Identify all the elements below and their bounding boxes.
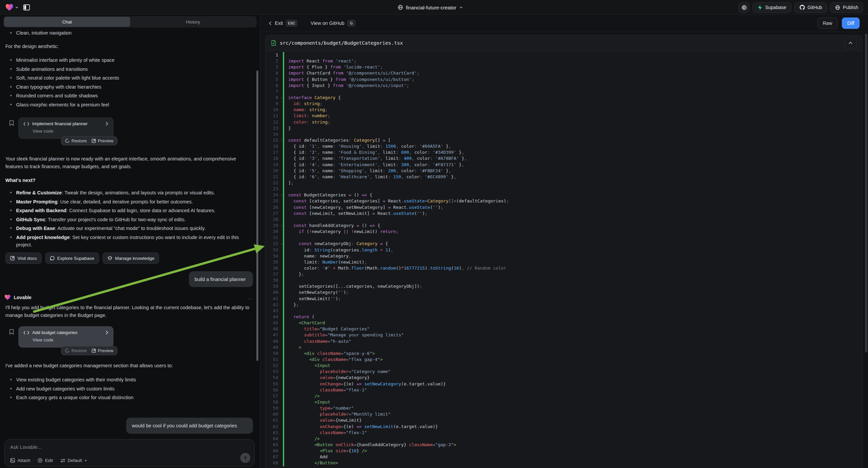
code-icon <box>24 122 29 126</box>
code-line: 41 setNewLimit(''); <box>266 296 862 302</box>
settings-button[interactable] <box>739 2 750 13</box>
code-line: 7 <box>266 89 862 95</box>
code-line: 51 <div className="flex gap-4"> <box>266 356 862 362</box>
code-line: 53 placeholder="Category name" <box>266 369 862 375</box>
project-title: financial-future-creator <box>406 5 456 10</box>
code-line: 67 Add <box>266 454 862 460</box>
chevron-down-icon <box>84 459 87 462</box>
bookmark-icon[interactable] <box>9 120 14 126</box>
globe-icon <box>398 5 403 10</box>
bookmark-icon[interactable] <box>9 329 14 335</box>
lovable-logo-menu[interactable] <box>5 4 19 11</box>
external-link-icon <box>92 139 96 143</box>
explore-supabase-button[interactable]: Explore Supabase <box>45 253 99 264</box>
raw-toggle-button[interactable]: Raw <box>817 18 837 29</box>
code-line: 58 <Input <box>266 399 862 405</box>
attach-button[interactable]: Attach <box>10 458 30 463</box>
list-item: Glass-morphic elements for a premium fee… <box>10 100 252 110</box>
quick-actions-row: Visit docs Explore Supabase Manage knowl… <box>5 253 159 264</box>
code-line: 31 <box>266 235 862 241</box>
message-menu-button[interactable]: ... <box>247 294 253 300</box>
code-line: 24⌄const BudgetCategories = () => { <box>266 192 862 198</box>
preview-button[interactable]: Preview <box>92 138 114 143</box>
chevron-right-icon <box>105 121 108 126</box>
code-line: 64 /> <box>266 436 862 442</box>
list-item: Each category gets a unique color for vi… <box>10 393 252 402</box>
view-code-link[interactable]: View code <box>33 128 108 134</box>
project-switcher[interactable]: financial-future-creator <box>398 0 463 15</box>
publish-button[interactable]: Publish <box>830 2 863 13</box>
top-bar: financial-future-creator Supabase GitHub… <box>0 0 868 15</box>
code-line: 45 <ChartCard <box>266 320 862 326</box>
list-item: Add new budget categories with custom li… <box>10 384 252 393</box>
exit-button[interactable]: Exit ESC <box>269 20 297 27</box>
code-editor[interactable]: 12import React from 'react';3import { Pl… <box>266 51 862 468</box>
restore-icon <box>65 349 69 353</box>
code-line: 17 { id: '2', name: 'Food & Dining', lim… <box>266 149 862 155</box>
code-line: 62 onChange={(e) => setNewLimit(e.target… <box>266 424 862 430</box>
list-item: Subtle animations and transitions <box>10 65 252 74</box>
sliders-icon <box>60 458 65 463</box>
send-button[interactable] <box>240 453 250 463</box>
code-line: 28 <box>266 216 862 223</box>
visit-docs-button[interactable]: Visit docs <box>5 253 41 264</box>
edit-mode-button[interactable]: Edit <box>38 458 53 463</box>
code-line: 48 className="h-auto" <box>266 339 862 345</box>
assistant-name: Lovable <box>14 295 244 300</box>
code-line: 66 <Plus size={16} /> <box>266 448 862 454</box>
tab-history[interactable]: History <box>130 17 256 27</box>
file-card-header[interactable]: src/components/budget/BudgetCategories.t… <box>266 35 862 51</box>
supabase-icon <box>757 5 762 10</box>
code-line: 11 limit: number; <box>266 113 862 119</box>
restore-button[interactable]: Restore <box>65 138 87 143</box>
code-line: 35 limit: Number(newLimit), <box>266 259 862 265</box>
chat-scrollbar[interactable] <box>256 70 258 361</box>
diff-toggle-button[interactable]: Diff <box>842 18 860 29</box>
code-line: 12 color: string; <box>266 119 862 125</box>
view-on-github-button[interactable]: View on GitHub G <box>311 20 355 27</box>
chevron-left-icon <box>269 21 272 26</box>
code-line: 39 setCategories([...categories, newCate… <box>266 283 862 289</box>
code-line: 16 { id: '1', name: 'Housing', limit: 15… <box>266 143 862 149</box>
model-selector[interactable]: Default <box>60 458 88 463</box>
code-line: 5import { Button } from '@/components/ui… <box>266 77 862 83</box>
view-code-link[interactable]: View code <box>33 338 108 343</box>
edit-card-implement-planner[interactable]: Implement financial planner View code <box>19 117 114 139</box>
code-line: 43 <box>266 308 862 314</box>
github-icon <box>800 5 805 10</box>
edit-card-add-budget-categories[interactable]: Add budget categories View code <box>19 326 114 348</box>
panel-toggle-icon[interactable] <box>23 4 30 10</box>
added-bullet-list: View existing budget categories with the… <box>10 375 252 402</box>
chevron-right-icon <box>105 330 108 335</box>
code-line: 52 <Input <box>266 362 862 369</box>
github-button[interactable]: GitHub <box>795 2 828 13</box>
collapse-file-button[interactable] <box>844 37 857 49</box>
restore-preview-pill: Restore Preview <box>61 136 118 145</box>
design-bullet-list: Minimalist interface with plenty of whit… <box>10 56 252 109</box>
window-scrollbar[interactable] <box>865 34 867 352</box>
tab-chat[interactable]: Chat <box>4 17 130 27</box>
code-line: 46 title="Budget Categories" <box>266 326 862 332</box>
list-item: Rounded corners and subtle shadows <box>10 91 252 100</box>
chat-composer[interactable]: Ask Lovable... Attach Edit Default <box>4 439 255 467</box>
chat-input[interactable]: Ask Lovable... <box>10 444 249 450</box>
code-line: 22]; <box>266 180 862 186</box>
code-view-panel: Exit ESC View on GitHub G Raw Diff src/c… <box>260 15 868 468</box>
lovable-app-window: financial-future-creator Supabase GitHub… <box>0 0 868 468</box>
chevron-down-icon <box>15 6 19 9</box>
user-message-bubble: would be cool if you could add budget ca… <box>126 418 253 434</box>
manage-knowledge-button[interactable]: Manage knowledge <box>103 253 159 264</box>
preview-button[interactable]: Preview <box>92 348 114 353</box>
chat-history-tabs: Chat History <box>3 16 257 28</box>
list-item: Minimalist interface with plenty of whit… <box>10 56 252 65</box>
file-added-icon <box>271 40 276 46</box>
list-item: Refine & Customize: Tweak the design, an… <box>10 188 252 197</box>
chat-bubble-icon <box>50 256 55 261</box>
code-line: 6import { Input } from '@/components/ui/… <box>266 83 862 89</box>
design-intro: For the design aesthetic: <box>5 42 254 50</box>
supabase-button[interactable]: Supabase <box>752 2 791 13</box>
chevron-up-icon <box>848 41 852 44</box>
lovable-avatar-heart-icon <box>4 294 11 300</box>
code-view-header: Exit ESC View on GitHub G Raw Diff <box>260 15 868 32</box>
restore-button[interactable]: Restore <box>65 348 87 353</box>
